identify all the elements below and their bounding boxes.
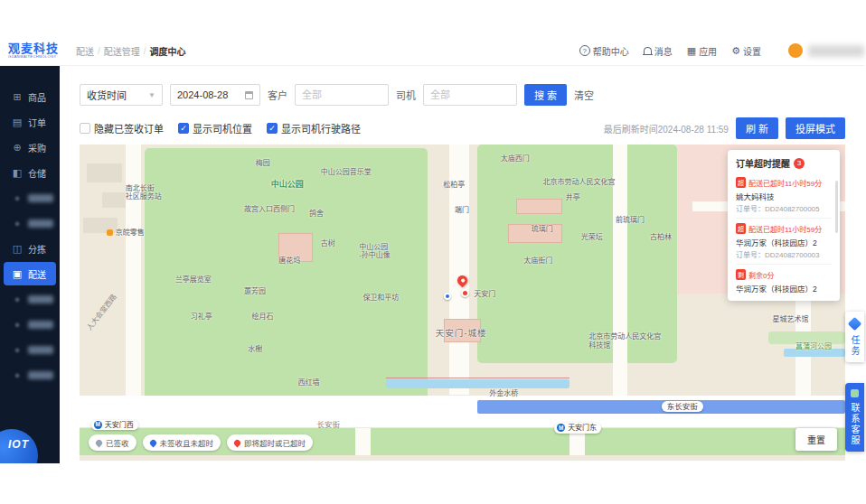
map-label: 北京市劳动人民文化宫 科技馆	[588, 332, 661, 350]
map-label-text: 太庙街门	[523, 257, 552, 265]
map-reset-button[interactable]: 重置	[795, 428, 837, 451]
map-label: 天安门	[474, 290, 495, 299]
legend-pin-icon	[148, 438, 157, 447]
date-picker[interactable]: 2024-08-28	[170, 84, 260, 106]
hide-signed-checkbox[interactable]: 隐藏已签收订单	[80, 121, 164, 135]
time-type-select[interactable]: 收货时间 ▼	[80, 84, 163, 106]
sidebar-item-redacted[interactable]: ●	[0, 362, 60, 387]
search-button[interactable]: 搜 索	[524, 84, 567, 106]
sidebar-item-redacted[interactable]: ●	[0, 337, 60, 362]
bell-icon	[644, 47, 652, 55]
nav-item-gear[interactable]: 设置	[731, 44, 761, 58]
dispatch-map[interactable]: 梅园中山公园音乐堂太庙西门北京市劳动人民文化宫井亭南北长街 社区服务站中山公园松…	[80, 145, 845, 461]
customer-input[interactable]	[295, 84, 389, 106]
map-label-text: 井亭	[566, 193, 580, 201]
last-refresh-time: 最后刷新时间2024-08-28 11:59	[604, 122, 729, 135]
sidebar-item-goods[interactable]: ⊞商品	[0, 84, 60, 109]
logo-subtext: GUANMAITECHNOLOGY	[8, 55, 65, 59]
show-driver-path-label: 显示司机行驶路径	[281, 121, 361, 135]
redacted-label	[28, 219, 53, 228]
sidebar-item-redacted[interactable]: ●	[0, 210, 60, 236]
sidebar-item-orders[interactable]: ▤订单	[0, 109, 60, 135]
map-label: 古柏林	[650, 233, 672, 242]
overtime-order-item[interactable]: 超配送已超时11小时59分华润万家（科技园店）2订单号：DD2408270000…	[736, 219, 832, 265]
driver-location-marker[interactable]	[444, 293, 451, 300]
task-tab-label: 任务	[848, 335, 861, 357]
support-icon	[851, 389, 859, 397]
clear-button[interactable]: 清空	[574, 88, 594, 102]
overtime-order-item[interactable]: 剩剩余0分华润万家（科技园店）2	[736, 265, 832, 298]
avatar[interactable]	[788, 43, 803, 58]
nav-item-question[interactable]: 帮助中心	[579, 44, 629, 58]
nav-item-label: 设置	[743, 44, 761, 58]
show-driver-pos-checkbox[interactable]: 显示司机位置	[178, 121, 252, 135]
app-screen: 观麦科技 GUANMAITECHNOLOGY 配送/配送管理/调度中心 帮助中心…	[0, 0, 866, 504]
map-label-text: 前琉璃门	[616, 216, 645, 224]
checkbox-checked-icon	[178, 123, 189, 134]
time-type-value: 收货时间	[87, 88, 127, 102]
overtime-item-status-row: 超配送已超时11小时59分	[736, 223, 832, 234]
nanchang-street-road	[126, 145, 141, 397]
cast-mode-button[interactable]: 投屏模式	[786, 117, 845, 139]
apps-icon	[687, 45, 696, 57]
sidebar-item-redacted[interactable]: ●	[0, 312, 60, 337]
map-label: 北京市劳动人民文化宫	[542, 178, 615, 187]
overtime-tag-badge: 超	[736, 223, 746, 234]
driver-input[interactable]	[423, 84, 517, 106]
sidebar-item-purchase[interactable]: ⊕采购	[0, 135, 60, 160]
sidebar-item-label: 采购	[28, 141, 46, 154]
show-driver-pos-label: 显示司机位置	[193, 121, 252, 135]
task-side-tab[interactable]: 任务	[845, 312, 864, 362]
redacted-icon: ●	[12, 218, 23, 229]
contact-support-side-tab[interactable]: 联系客服	[845, 383, 864, 452]
redacted-icon: ●	[12, 192, 23, 203]
redacted-icon: ●	[12, 344, 23, 355]
sidebar-item-delivery[interactable]: ▣配送	[4, 262, 56, 285]
nav-item-bell[interactable]: 消息	[644, 44, 673, 58]
orders-icon: ▤	[12, 117, 23, 128]
sidebar: ⊞商品▤订单⊕采购◧仓储●●◫分拣▣配送●●●● IOT	[0, 66, 60, 463]
overtime-customer-name: 姚大妈科技	[736, 191, 832, 201]
breadcrumb-item[interactable]: 调度中心	[150, 44, 186, 58]
sidebar-item-label: 订单	[28, 116, 46, 129]
overtime-item-list: 超配送已超时11小时59分姚大妈科技订单号：DD24082700005超配送已超…	[736, 173, 832, 298]
sorting-icon: ◫	[12, 243, 23, 255]
iot-logo: IOT	[8, 438, 29, 451]
hide-signed-label: 隐藏已签收订单	[94, 121, 164, 135]
overtime-status-text: 剩余0分	[748, 270, 774, 280]
map-label-text: 保卫和平坊	[362, 294, 399, 302]
sidebar-item-warehouse[interactable]: ◧仓储	[0, 160, 60, 185]
overtime-reminder-panel: 订单超时提醒 3 超配送已超时11小时59分姚大妈科技订单号：DD2408270…	[728, 150, 840, 301]
map-label-text: 松柏亭	[443, 181, 465, 189]
sidebar-item-redacted[interactable]: ●	[0, 286, 60, 312]
overtime-order-item[interactable]: 超配送已超时11小时59分姚大妈科技订单号：DD24082700005	[736, 173, 832, 219]
purchase-icon: ⊕	[12, 142, 23, 154]
map-label: 中山公园 -孙中山像	[359, 243, 391, 260]
top-nav: 帮助中心消息应用设置	[579, 44, 785, 58]
nav-item-apps[interactable]: 应用	[687, 44, 717, 58]
contact-tab-label: 联系客服	[848, 403, 861, 446]
map-label: 保卫和平坊	[362, 294, 399, 303]
sidebar-item-redacted[interactable]: ●	[0, 185, 60, 210]
app-logo[interactable]: 观麦科技 GUANMAITECHNOLOGY	[0, 42, 65, 59]
sidebar-item-sorting[interactable]: ◫分拣	[0, 236, 60, 261]
map-label: 太庙西门	[501, 154, 530, 163]
main-content: 收货时间 ▼ 2024-08-28 客户 司机 搜 索 清空 隐藏已签收订单 显…	[60, 66, 845, 463]
show-driver-path-checkbox[interactable]: 显示司机行驶路径	[267, 121, 361, 135]
map-label-text: 长安街	[317, 420, 341, 429]
map-label-text: 太庙西门	[501, 154, 530, 163]
refresh-button[interactable]: 刷 新	[736, 117, 778, 139]
map-toolbar: 隐藏已签收订单 显示司机位置 显示司机行驶路径 最后刷新时间2024-08-28…	[80, 117, 845, 139]
map-label-text: 蕙芳园	[244, 287, 266, 295]
overtime-panel-header: 订单超时提醒 3	[736, 156, 832, 170]
breadcrumb-item[interactable]: 配送	[76, 44, 94, 58]
map-label: 京皖零售	[107, 229, 145, 238]
panel-scrollbar[interactable]	[835, 181, 838, 233]
breadcrumb-item[interactable]: 配送管理	[104, 44, 140, 58]
map-label: 蕙芳园	[244, 287, 266, 296]
map-label: 外金水桥	[489, 389, 518, 398]
redacted-label	[28, 321, 53, 329]
calendar-icon	[245, 91, 253, 99]
map-label: 绘月石	[252, 313, 274, 322]
customer-label: 客户	[268, 88, 287, 102]
